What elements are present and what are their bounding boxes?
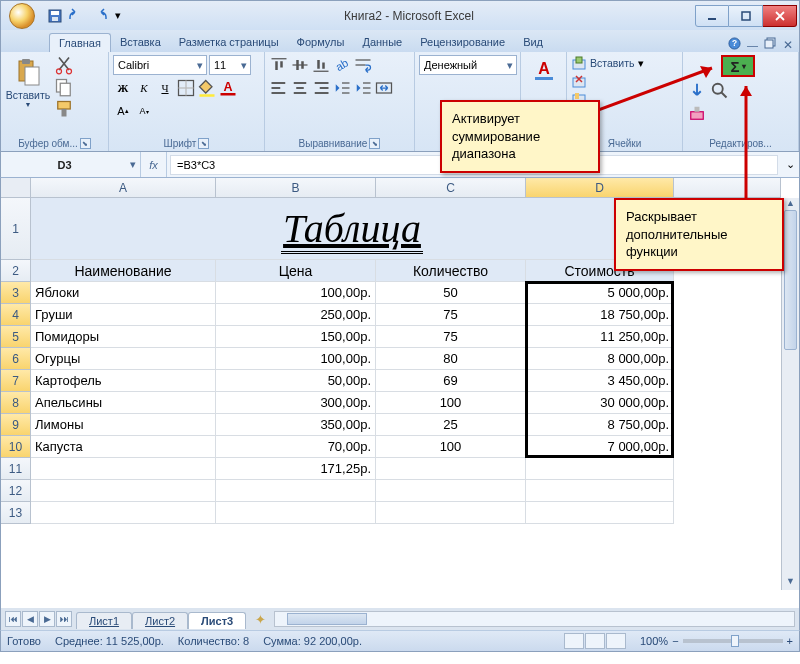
cell[interactable]: Капуста [31, 436, 216, 458]
help-icon[interactable]: ? [728, 37, 741, 52]
cell[interactable]: 8 750,00р. [526, 414, 674, 436]
cell[interactable]: 150,00р. [216, 326, 376, 348]
align-right-icon[interactable] [311, 78, 331, 98]
cell[interactable]: 300,00р. [216, 392, 376, 414]
shrink-font-icon[interactable]: A▾ [134, 101, 154, 121]
minimize-button[interactable] [695, 5, 729, 27]
border-icon[interactable] [176, 78, 196, 98]
table-header[interactable]: Цена [216, 260, 376, 282]
col-header-D[interactable]: D [526, 178, 674, 198]
row-header-11[interactable]: 11 [1, 458, 31, 480]
cell[interactable]: 350,00р. [216, 414, 376, 436]
office-button[interactable] [3, 1, 41, 31]
cell[interactable]: Помидоры [31, 326, 216, 348]
row-header-6[interactable]: 6 [1, 348, 31, 370]
copy-icon[interactable] [54, 77, 74, 97]
row-header-10[interactable]: 10 [1, 436, 31, 458]
zoom-out-icon[interactable]: − [672, 635, 678, 647]
cell[interactable] [526, 502, 674, 524]
col-header-C[interactable]: C [376, 178, 526, 198]
format-painter-icon[interactable] [54, 99, 74, 119]
zoom-in-icon[interactable]: + [787, 635, 793, 647]
merge-center-icon[interactable] [374, 78, 394, 98]
select-all-corner[interactable] [1, 178, 31, 198]
cell[interactable] [526, 458, 674, 480]
cell[interactable]: 5 000,00р. [526, 282, 674, 304]
ribbon-tab-разметка страницы[interactable]: Разметка страницы [170, 33, 288, 52]
first-sheet-icon[interactable]: ⏮ [5, 611, 21, 627]
align-top-icon[interactable] [269, 55, 289, 75]
row-header-3[interactable]: 3 [1, 282, 31, 304]
table-title[interactable]: Таблица [31, 198, 674, 260]
row-header-2[interactable]: 2 [1, 260, 31, 282]
cell[interactable]: 30 000,00р. [526, 392, 674, 414]
font-size-combo[interactable]: 11▾ [209, 55, 251, 75]
grow-font-icon[interactable]: A▴ [113, 101, 133, 121]
font-dialog-launcher[interactable]: ⬊ [198, 138, 209, 149]
align-bottom-icon[interactable] [311, 55, 331, 75]
cell[interactable]: 100,00р. [216, 282, 376, 304]
cell[interactable]: Груши [31, 304, 216, 326]
cell[interactable]: 75 [376, 304, 526, 326]
ribbon-tab-главная[interactable]: Главная [49, 33, 111, 52]
increase-indent-icon[interactable] [353, 78, 373, 98]
close-workbook-icon[interactable]: ✕ [783, 38, 793, 52]
cell[interactable]: Апельсины [31, 392, 216, 414]
col-header-B[interactable]: B [216, 178, 376, 198]
font-color-icon[interactable]: A [218, 78, 238, 98]
cell[interactable]: Яблоки [31, 282, 216, 304]
normal-view-icon[interactable] [564, 633, 584, 649]
ribbon-tab-вид[interactable]: Вид [514, 33, 552, 52]
ribbon-tab-вставка[interactable]: Вставка [111, 33, 170, 52]
cell[interactable] [526, 480, 674, 502]
cell[interactable]: 11 250,00р. [526, 326, 674, 348]
cell[interactable]: 8 000,00р. [526, 348, 674, 370]
page-break-view-icon[interactable] [606, 633, 626, 649]
styles-button[interactable]: A [525, 55, 562, 91]
cell[interactable]: 80 [376, 348, 526, 370]
row-header-13[interactable]: 13 [1, 502, 31, 524]
redo-icon[interactable] [91, 8, 107, 24]
close-button[interactable] [763, 5, 797, 27]
cell[interactable] [376, 480, 526, 502]
alignment-dialog-launcher[interactable]: ⬊ [369, 138, 380, 149]
fx-button[interactable]: fx [141, 152, 167, 177]
last-sheet-icon[interactable]: ⏭ [56, 611, 72, 627]
paste-button[interactable]: Вставить▼ [5, 55, 51, 110]
expand-formula-bar-icon[interactable]: ⌄ [781, 158, 799, 171]
bold-icon[interactable]: Ж [113, 78, 133, 98]
sheet-tab-Лист2[interactable]: Лист2 [132, 612, 188, 629]
cut-icon[interactable] [54, 55, 74, 75]
cell[interactable]: 3 450,00р. [526, 370, 674, 392]
cell[interactable]: 250,00р. [216, 304, 376, 326]
col-header-A[interactable]: A [31, 178, 216, 198]
font-name-combo[interactable]: Calibri▾ [113, 55, 207, 75]
cell[interactable]: Картофель [31, 370, 216, 392]
cell[interactable] [376, 458, 526, 480]
ribbon-tab-рецензирование[interactable]: Рецензирование [411, 33, 514, 52]
number-format-combo[interactable]: Денежный▾ [419, 55, 517, 75]
prev-sheet-icon[interactable]: ◀ [22, 611, 38, 627]
delete-cells-button[interactable] [571, 73, 587, 89]
row-header-9[interactable]: 9 [1, 414, 31, 436]
cell[interactable] [31, 502, 216, 524]
sheet-tab-Лист3[interactable]: Лист3 [188, 612, 246, 629]
maximize-button[interactable] [729, 5, 763, 27]
clipboard-dialog-launcher[interactable]: ⬊ [80, 138, 91, 149]
zoom-level[interactable]: 100% [640, 635, 668, 647]
cell[interactable] [31, 458, 216, 480]
cell[interactable]: 7 000,00р. [526, 436, 674, 458]
cell[interactable]: 25 [376, 414, 526, 436]
decrease-indent-icon[interactable] [332, 78, 352, 98]
row-header-5[interactable]: 5 [1, 326, 31, 348]
underline-icon[interactable]: Ч [155, 78, 175, 98]
cell[interactable]: 50 [376, 282, 526, 304]
wrap-text-icon[interactable] [353, 55, 373, 75]
cell[interactable] [216, 502, 376, 524]
new-sheet-icon[interactable]: ✦ [250, 612, 270, 627]
cell[interactable]: Лимоны [31, 414, 216, 436]
align-left-icon[interactable] [269, 78, 289, 98]
row-header-12[interactable]: 12 [1, 480, 31, 502]
zoom-slider[interactable] [683, 639, 783, 643]
row-header-1[interactable]: 1 [1, 198, 31, 260]
